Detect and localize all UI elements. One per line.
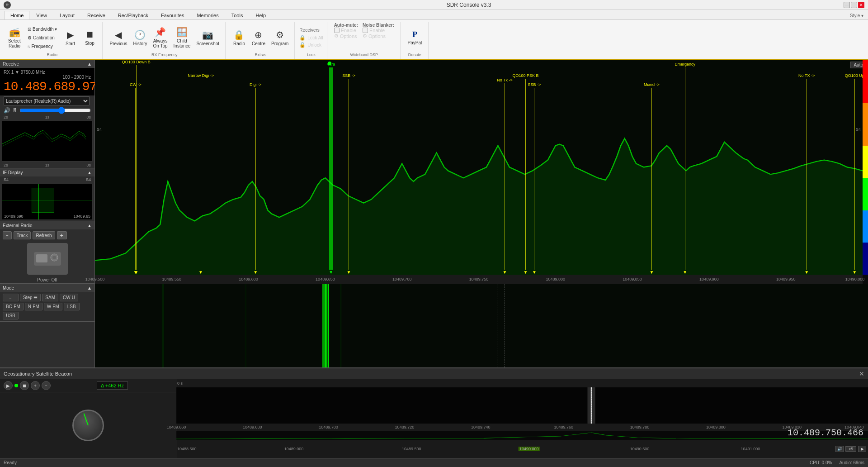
mode-header[interactable]: Mode ▲	[0, 284, 94, 292]
statusbar: Ready CPU: 0.0% Audio: 69ms	[0, 458, 868, 467]
close-button[interactable]: ✕	[858, 2, 864, 8]
waveform-display	[2, 121, 93, 162]
zoom-out-button[interactable]: −	[42, 381, 51, 390]
mode-btn-bcfm[interactable]: BC-FM	[3, 303, 24, 310]
mode-btn-cwu[interactable]: CW-U	[60, 294, 78, 301]
dtick-4: 10489.740	[471, 425, 491, 429]
window-controls: — □ ✕	[844, 2, 864, 8]
child-instance-button[interactable]: 🪟 Child Instance	[171, 24, 193, 51]
previous-button[interactable]: ◀ Previous	[107, 24, 129, 51]
tab-memories[interactable]: Memories	[191, 11, 224, 19]
unlock-all-button[interactable]: 🔓 Unlock	[299, 42, 323, 48]
add-button[interactable]: +	[57, 231, 67, 239]
zoom-nav-button[interactable]: ▶	[858, 446, 866, 452]
waveform-svg	[2, 121, 92, 161]
zoom-audio-button[interactable]: 🔊	[835, 446, 844, 452]
screenshot-button[interactable]: 📷 Screenshot	[194, 24, 222, 51]
dialog-waterfall-svg	[176, 387, 868, 424]
main-area: QO100 Down B ▼ CW -> ▼ Narrow Digi -> ▼ …	[95, 60, 868, 367]
dialog-close-button[interactable]: ✕	[859, 370, 864, 377]
tab-tools[interactable]: Tools	[226, 11, 249, 19]
tab-home[interactable]: Home	[5, 11, 29, 19]
zoom-in-button[interactable]: +	[31, 381, 40, 390]
auto-mute-options[interactable]: ⚙ Options	[334, 33, 358, 39]
mode-btn-nfm[interactable]: N-FM	[25, 303, 42, 310]
if-display-label: IF Display	[3, 170, 23, 175]
status-indicator	[14, 384, 18, 387]
history-button[interactable]: 🕐 History	[131, 24, 149, 51]
mode-btn-step[interactable]: Step ☰	[20, 294, 41, 301]
minimize-button[interactable]: —	[844, 2, 850, 8]
mode-btn-lsb[interactable]: LSB	[64, 303, 80, 310]
maximize-button[interactable]: □	[851, 2, 857, 8]
radio-lock-button[interactable]: 🔒 Radio	[230, 24, 248, 51]
freq-tick-9: 10489.950	[776, 277, 796, 281]
lock-all-button[interactable]: 🔒 Lock All	[299, 35, 323, 41]
svg-point-4	[52, 256, 56, 259]
mode-btn-dots[interactable]: ...	[3, 294, 19, 301]
auto-mute-enable[interactable]: Enable	[334, 28, 358, 33]
noise-blanker-checkbox[interactable]	[363, 28, 368, 33]
rx-buttons: ◀ Previous 🕐 History 📌 Always On Top 🪟 C…	[107, 23, 222, 52]
audio-output-select[interactable]: Lautsprecher (Realtek(R) Audio)	[4, 96, 90, 105]
audio-label: Audio: 69ms	[839, 460, 864, 465]
ribbon-tabs: Home View Layout Receive Rec/Playback Fa…	[0, 10, 868, 20]
calibration-button[interactable]: ⚙ Calibration	[25, 34, 60, 42]
tab-view[interactable]: View	[30, 11, 53, 19]
select-radio-button[interactable]: 📻 Select Radio	[5, 24, 24, 51]
centre-button[interactable]: ⊕ Centre	[250, 24, 268, 51]
stop-button[interactable]: ⏹	[20, 381, 29, 390]
calibration-icon: ⚙	[28, 35, 32, 40]
rx-range: 100 - 2900 Hz	[4, 75, 91, 80]
tuning-dial[interactable]	[72, 410, 104, 441]
start-icon: ▶	[67, 29, 74, 40]
tab-favourites[interactable]: Favourites	[155, 11, 190, 19]
mode-btn-sam[interactable]: SAM	[42, 294, 58, 301]
frequency-button[interactable]: ≈ Frequency	[25, 43, 60, 50]
dialog-tick-0: 0 s	[177, 381, 183, 386]
noise-blanker-enable[interactable]: Enable	[363, 28, 394, 33]
mode-btn-wfm[interactable]: W-FM	[44, 303, 62, 310]
bftick-2: 10489.500	[402, 447, 421, 451]
dtick-1: 10489.680	[243, 425, 262, 429]
minus-button[interactable]: −	[3, 231, 12, 239]
noise-blanker-options[interactable]: ⚙ Options	[363, 33, 394, 39]
if-display-header[interactable]: IF Display ▲	[0, 168, 94, 176]
paypal-button[interactable]: 𝐏 PayPal	[405, 24, 424, 51]
radio-icon: 📻	[9, 27, 20, 38]
app-title: SDR Console v3.3	[94, 2, 844, 8]
status-right: CPU: 0.0% Audio: 69ms	[810, 460, 864, 465]
receive-section: Receive ▲ RX 1 ▼ 9750.0 MHz 100 - 2900 H…	[0, 60, 94, 168]
dialog-body: ▶ ⏹ + − Δ +462 Hz 0 s	[0, 379, 868, 458]
dialog-bottom-axis: 10488.500 10489.000 10489.500 10490.000 …	[176, 440, 868, 458]
titlebar: R SDR Console v3.3 — □ ✕	[0, 0, 868, 10]
tab-layout[interactable]: Layout	[54, 11, 80, 19]
freq-tick-0: 10489.500	[85, 277, 105, 281]
bandwidth-button[interactable]: ⊡ Bandwidth ▾	[25, 25, 60, 33]
freq-tick-1: 10489.550	[162, 277, 182, 281]
track-button[interactable]: Track	[14, 231, 31, 239]
receive-header[interactable]: Receive ▲	[0, 60, 94, 68]
dialog-right-panel: 0 s 10489.660 10489.680 10489.700 10489.…	[176, 379, 868, 458]
auto-mute-checkbox[interactable]	[334, 28, 340, 33]
always-on-top-button[interactable]: 📌 Always On Top	[151, 24, 170, 51]
start-button[interactable]: ▶ Start	[61, 24, 79, 51]
tab-help[interactable]: Help	[250, 11, 272, 19]
style-dropdown[interactable]: Style ▾	[845, 12, 868, 19]
dial-needle	[83, 413, 88, 425]
external-radio-header[interactable]: External Radio ▲	[0, 221, 94, 229]
program-button[interactable]: ⚙ Program	[269, 24, 291, 51]
zoom-x5-button[interactable]: x5	[845, 446, 856, 452]
mode-btn-usb[interactable]: USB	[3, 312, 19, 319]
dialog-left-panel: ▶ ⏹ + − Δ +462 Hz	[0, 379, 176, 458]
refresh-button[interactable]: Refresh	[33, 231, 55, 239]
tab-recplayback[interactable]: Rec/Playback	[112, 11, 154, 19]
external-radio-label: External Radio	[3, 223, 33, 228]
volume-row: 🔊 🎚	[0, 106, 94, 114]
play-button[interactable]: ▶	[4, 381, 13, 390]
radio-buttons: 📻 Select Radio ⊡ Bandwidth ▾ ⚙ Calibrati…	[5, 23, 99, 52]
volume-slider[interactable]	[19, 107, 91, 114]
tab-receive[interactable]: Receive	[81, 11, 111, 19]
satellite-beacon-dialog: Geostationary Satellite Beacon ✕ ▶ ⏹ + −…	[0, 367, 868, 458]
stop-button[interactable]: ⏹ Stop	[80, 24, 99, 51]
